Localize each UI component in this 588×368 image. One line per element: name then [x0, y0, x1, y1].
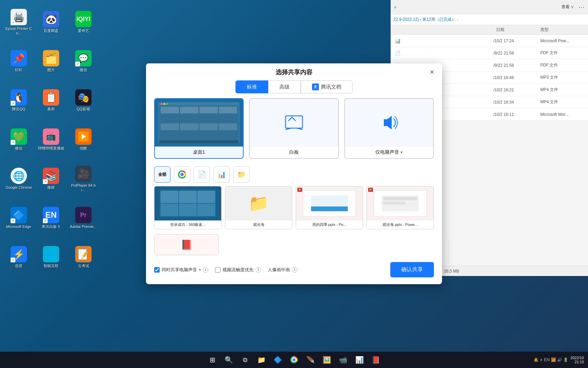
whiteboard-card-label: 白板	[250, 147, 338, 158]
taskbar-pdf-button[interactable]: 📕	[368, 352, 383, 367]
tab-advanced[interactable]: 高级	[268, 80, 301, 93]
taskbar: ⊞ 🔍 ⧉ 📁 🔷	[0, 352, 588, 368]
thumb-card-pptx2[interactable]: P 观沧海.pptx - Powe...	[366, 186, 434, 229]
audio-info-icon[interactable]: ℹ	[203, 267, 208, 273]
share-card-audio[interactable]: 仅电脑声音 ▾	[344, 98, 434, 159]
thumb-card-screen[interactable]: 登录成功 - 360极速...	[154, 186, 222, 229]
thumb-card-folder[interactable]: 📁 观沧海	[225, 186, 292, 229]
taskbar-date: 2022/10	[570, 356, 584, 360]
pptx-badge-2: P	[368, 188, 373, 192]
svg-point-7	[180, 173, 184, 176]
tab-tencent[interactable]: 文 腾讯文档	[301, 80, 353, 93]
audio-checkbox-row: 同时共享电脑声音 ▾ ℹ	[154, 267, 208, 273]
taskbar-feishu-button[interactable]: 🪶	[303, 352, 318, 367]
dialog-close-button[interactable]: ✕	[427, 67, 437, 77]
audio-dropdown-trigger[interactable]: ▾	[199, 268, 201, 272]
whiteboard-preview	[250, 99, 338, 147]
dialog-title: 选择共享内容	[161, 68, 427, 76]
share-dialog: 选择共享内容 ✕ 标准 高级 文 腾讯文档	[146, 63, 442, 284]
app-filter-row: 全部 📄 📊 📁	[146, 164, 442, 186]
confirm-share-button[interactable]: 确认共享	[390, 262, 434, 277]
screen-thumb-label: 登录成功 - 360极速...	[154, 220, 221, 229]
portrait-pip-info-icon[interactable]: ℹ	[292, 267, 297, 273]
taskbar-chrome-button[interactable]	[287, 352, 301, 367]
whiteboard-icon	[284, 112, 304, 133]
video-quality-checkbox-row: 视频流畅度优先 ℹ	[215, 267, 261, 273]
taskbar-chrome-icon	[290, 356, 298, 364]
thumbnail-grid: 登录成功 - 360极速... 📁 观沧海 P	[146, 186, 442, 234]
taskbar-ppt-button[interactable]: 📊	[352, 352, 367, 367]
audio-preview	[345, 99, 433, 147]
tencent-docs-icon: 文	[312, 83, 319, 90]
pptx-badge: P	[297, 188, 302, 192]
dialog-bottom: 同时共享电脑声音 ▾ ℹ 视频流畅度优先 ℹ 人像画中画 ℹ 确认共享	[146, 259, 442, 277]
video-quality-info-icon[interactable]: ℹ	[256, 267, 261, 273]
desktop: 🖨️ ↗ Epson Printer Co... 🐼 百度网盘 iQIYI 爱奇…	[0, 0, 588, 368]
filter-all-button[interactable]: 全部	[154, 166, 170, 183]
dialog-tabs: 标准 高级 文 腾讯文档	[146, 80, 442, 98]
svg-rect-0	[285, 116, 303, 128]
share-cards-grid: 桌面1 白板	[146, 98, 442, 164]
svg-point-9	[293, 358, 296, 362]
svg-line-4	[292, 117, 295, 121]
audio-icon	[379, 112, 399, 133]
taskbar-taskview-button[interactable]: ⧉	[238, 352, 252, 367]
pptx2-thumb-label: 观沧海.pptx - Powe...	[367, 220, 434, 229]
audio-dropdown-arrow[interactable]: ▾	[401, 150, 403, 155]
desktop-card-label: 桌面1	[155, 147, 243, 158]
audio-checkbox[interactable]	[154, 267, 160, 273]
audio-card-label: 仅电脑声音 ▾	[345, 147, 433, 158]
screen-thumb-preview	[154, 186, 221, 220]
filter-chrome-button[interactable]	[174, 166, 190, 183]
thumb-card-pptx1[interactable]: P 雨的四季.pptx - Po...	[296, 186, 363, 229]
video-quality-checkbox[interactable]	[215, 267, 220, 273]
taskbar-teams-button[interactable]: 📹	[336, 352, 350, 367]
dialog-titlebar: 选择共享内容 ✕	[146, 63, 442, 80]
thumb-card-pdf[interactable]: 📕	[154, 234, 219, 255]
audio-checkbox-label: 同时共享电脑声音	[162, 267, 197, 273]
taskbar-center: ⊞ 🔍 ⧉ 📁 🔷	[205, 352, 383, 367]
taskbar-start-button[interactable]: ⊞	[205, 352, 220, 367]
dialog-overlay: 选择共享内容 ✕ 标准 高级 文 腾讯文档	[0, 0, 588, 368]
pptx1-thumb-preview: P	[296, 186, 363, 220]
share-card-whiteboard[interactable]: 白板	[249, 98, 339, 159]
portrait-pip-label: 人像画中画	[268, 267, 290, 273]
desktop-preview	[155, 99, 243, 147]
pptx2-thumb-preview: P	[367, 186, 434, 220]
taskbar-edge-button[interactable]: 🔷	[270, 352, 285, 367]
portrait-pip-row: 人像画中画 ℹ	[268, 267, 297, 273]
taskbar-files-button[interactable]: 📁	[254, 352, 269, 367]
pptx1-thumb-label: 雨的四季.pptx - Po...	[296, 220, 363, 229]
taskbar-time: 21:10	[574, 360, 584, 364]
video-quality-label: 视频流畅度优先	[223, 267, 254, 273]
share-card-desktop[interactable]: 桌面1	[154, 98, 244, 159]
svg-marker-5	[384, 116, 392, 129]
filter-pptx-button[interactable]: 📊	[213, 166, 230, 183]
folder-thumb-preview: 📁	[225, 186, 292, 220]
chrome-filter-icon	[178, 170, 186, 179]
tab-standard[interactable]: 标准	[235, 80, 268, 93]
taskbar-right: 🔔 ∧ EN 📶 🔊 🔋 2022/10 21:10	[534, 356, 588, 364]
filter-pdf-button[interactable]: 📄	[194, 166, 210, 183]
taskbar-photo-button[interactable]: 🖼️	[319, 352, 334, 367]
svg-line-3	[289, 117, 292, 121]
folder-thumb-label: 观沧海	[225, 220, 292, 229]
pdf-thumb-preview: 📕	[154, 234, 218, 255]
filter-folder-button[interactable]: 📁	[233, 166, 249, 183]
taskbar-search-button[interactable]: 🔍	[221, 352, 236, 367]
